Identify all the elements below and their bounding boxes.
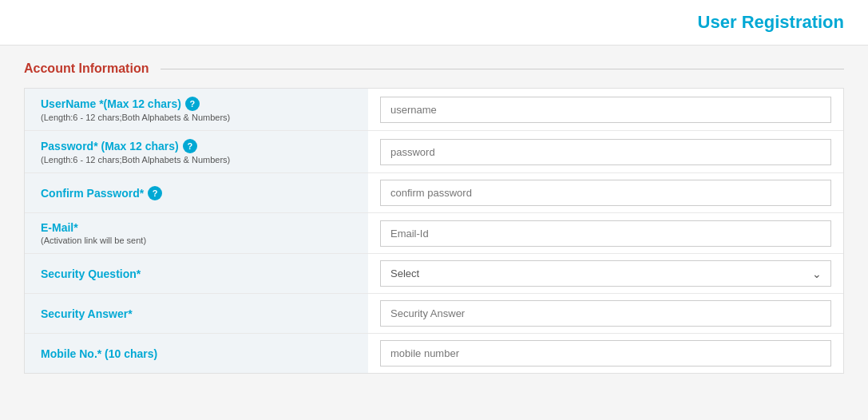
label-password: Password* (Max 12 chars) <box>41 140 179 153</box>
label-cell-username: UserName *(Max 12 chars) ? (Length:6 - 1… <box>25 89 368 130</box>
username-input[interactable] <box>380 97 831 123</box>
main-content: Account Information UserName *(Max 12 ch… <box>0 46 868 390</box>
help-icon-confirm-password[interactable]: ? <box>148 186 162 200</box>
form-row-password: Password* (Max 12 chars) ? (Length:6 - 1… <box>25 131 843 173</box>
form-row-confirm-password: Confirm Password* ? <box>25 173 843 213</box>
label-cell-password: Password* (Max 12 chars) ? (Length:6 - 1… <box>25 131 368 172</box>
input-cell-username <box>368 89 843 130</box>
help-icon-password[interactable]: ? <box>183 139 197 153</box>
page-title: User Registration <box>698 12 844 32</box>
label-cell-security-answer: Security Answer* <box>25 294 368 333</box>
input-cell-password <box>368 131 843 172</box>
form-row-email: E-Mail* (Activation link will be sent) <box>25 213 843 254</box>
security-question-select[interactable]: Select What is your pet's name? What is … <box>380 260 831 287</box>
input-cell-security-answer <box>368 294 843 333</box>
input-cell-mobile <box>368 334 843 373</box>
section-divider <box>161 69 844 69</box>
security-answer-input[interactable] <box>380 300 831 327</box>
label-cell-security-question: Security Question* <box>25 254 368 293</box>
input-cell-security-question: Select What is your pet's name? What is … <box>368 254 843 293</box>
form-row-mobile: Mobile No.* (10 chars) <box>25 334 843 373</box>
sublabel-username: (Length:6 - 12 chars;Both Alphabets & Nu… <box>41 113 352 122</box>
label-email: E-Mail* <box>41 221 352 234</box>
label-security-question: Security Question* <box>41 267 352 280</box>
label-username: UserName *(Max 12 chars) <box>41 97 181 110</box>
label-security-answer: Security Answer* <box>41 307 352 320</box>
confirm-password-input[interactable] <box>380 180 831 206</box>
input-cell-confirm-password <box>368 173 843 212</box>
label-confirm-password: Confirm Password* <box>41 187 144 200</box>
help-icon-username[interactable]: ? <box>185 97 200 111</box>
form-row-security-question: Security Question* Select What is your p… <box>25 254 843 294</box>
header: User Registration <box>0 0 868 46</box>
label-cell-confirm-password: Confirm Password* ? <box>25 173 368 212</box>
password-input[interactable] <box>380 139 831 165</box>
form-row-security-answer: Security Answer* <box>25 294 843 334</box>
sublabel-email: (Activation link will be sent) <box>41 236 352 245</box>
section-header: Account Information <box>24 61 844 76</box>
form-row-username: UserName *(Max 12 chars) ? (Length:6 - 1… <box>25 89 843 131</box>
label-cell-mobile: Mobile No.* (10 chars) <box>25 334 368 373</box>
section-title: Account Information <box>24 61 161 76</box>
form-container: UserName *(Max 12 chars) ? (Length:6 - 1… <box>24 88 844 374</box>
label-cell-email: E-Mail* (Activation link will be sent) <box>25 213 368 253</box>
label-mobile: Mobile No.* (10 chars) <box>41 347 352 360</box>
sublabel-password: (Length:6 - 12 chars;Both Alphabets & Nu… <box>41 155 352 164</box>
mobile-input[interactable] <box>380 340 831 367</box>
input-cell-email <box>368 213 843 253</box>
email-input[interactable] <box>380 220 831 247</box>
